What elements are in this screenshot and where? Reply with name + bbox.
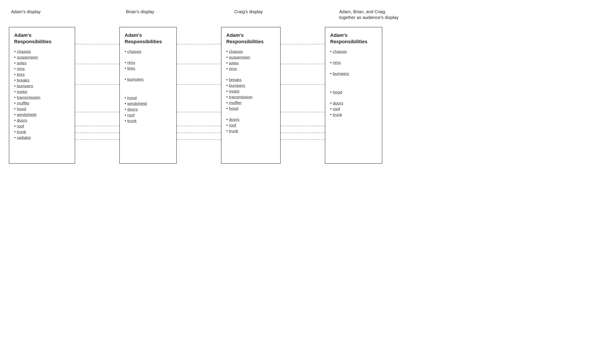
list-item: motor [14, 89, 70, 94]
list-item: rims [125, 60, 171, 65]
list-item: windshield [125, 101, 171, 106]
page-container: Adam's display Brian's display Craig's d… [9, 9, 585, 181]
dashed-line-rims-2 [177, 64, 221, 64]
dashed-line-trunk-2 [177, 139, 221, 140]
list-item: roof [125, 113, 171, 117]
list-item: doors [14, 118, 70, 123]
list-item: breaks [226, 78, 275, 82]
list-item: roof [330, 107, 377, 111]
list-item: trunk [125, 118, 171, 123]
list-item: bumpers [330, 71, 377, 76]
list-item: hood [226, 106, 275, 111]
panel-1-items: chassis suspension axles rims tires brea… [14, 49, 70, 140]
list-item: rims [330, 60, 377, 65]
list-item: hood [330, 90, 377, 95]
main-content: Adam's Responsibilities chassis suspensi… [9, 27, 585, 181]
col-header-4: Adam, Brian, and Craig together as audie… [339, 9, 401, 20]
connector-3-4 [281, 27, 325, 181]
list-item: bumpers [125, 77, 171, 82]
dashed-line-hood-3 [281, 112, 325, 112]
list-item: rims [14, 66, 70, 71]
dashed-line-hood-2 [177, 112, 221, 112]
column-headers: Adam's display Brian's display Craig's d… [9, 9, 585, 20]
dashed-line-doors-3 [281, 126, 325, 126]
list-item: chassis [14, 49, 70, 54]
list-item: roof [226, 123, 275, 128]
list-item: suspension [226, 55, 275, 60]
list-item: rims [226, 66, 275, 71]
list-item: doors [125, 107, 171, 112]
list-item: transmission [226, 95, 275, 99]
list-item: trunk [330, 112, 377, 117]
list-item: tires [125, 66, 171, 71]
list-item: transmission [14, 95, 70, 100]
panel-2-items: chassis rims tires bumpers hood windshie… [125, 49, 171, 123]
dashed-line-rims-3 [281, 64, 325, 64]
list-item: muffler [226, 100, 275, 105]
dashed-line-trunk-3 [281, 139, 325, 140]
panel-1: Adam's Responsibilities chassis suspensi… [9, 27, 75, 164]
list-item: axles [14, 61, 70, 65]
dashed-line-bumpers-3 [281, 84, 325, 85]
list-item: tires [14, 72, 70, 77]
dashed-line-roof-3 [281, 133, 325, 133]
dashed-line-doors-2 [177, 126, 221, 126]
list-item: hood [125, 96, 171, 100]
panel-2: Adam's Responsibilities chassis rims tir… [119, 27, 177, 164]
panel-3-title: Adam's Responsibilities [226, 32, 275, 45]
list-item: bumpers [14, 84, 70, 88]
list-item: doors [330, 101, 377, 106]
panel-3-items: chassis suspension axles rims breaks bum… [226, 49, 275, 133]
dashed-line-bumpers-2 [177, 84, 221, 85]
list-item: trunk [14, 130, 70, 134]
dashed-line-trunk-1 [75, 139, 119, 140]
list-item: trunk [226, 129, 275, 133]
panel-1-title: Adam's Responsibilities [14, 32, 70, 45]
dashed-line-roof-1 [75, 133, 119, 133]
connector-2-3 [177, 27, 221, 181]
list-item: motor [226, 89, 275, 94]
dashed-line-bumpers-1 [75, 84, 119, 85]
dashed-line-rims-1 [75, 64, 119, 64]
list-item: radiator [14, 135, 70, 140]
list-item: roof [14, 124, 70, 129]
dashed-line-hood-1 [75, 112, 119, 112]
panel-2-title: Adam's Responsibilities [125, 32, 171, 45]
dashed-line-roof-2 [177, 133, 221, 133]
list-item: bumpers [226, 83, 275, 88]
panel-4-items: chassis rims bumpers hood doors roof tru… [330, 49, 377, 117]
panel-4: Adam's Responsibilities chassis rims bum… [325, 27, 382, 164]
list-item: breaks [14, 78, 70, 83]
list-item: chassis [125, 49, 171, 54]
dashed-line-chassis-1 [75, 44, 119, 44]
list-item: hood [14, 107, 70, 111]
col-header-3: Craig's display [234, 9, 298, 20]
panel-4-title: Adam's Responsibilities [330, 32, 377, 45]
list-item: chassis [226, 49, 275, 54]
list-item: windshield [14, 112, 70, 117]
connector-1-2 [75, 27, 119, 181]
col-header-2: Brian's display [126, 9, 188, 20]
list-item: suspension [14, 55, 70, 60]
list-item: muffler [14, 101, 70, 106]
list-item: axles [226, 61, 275, 65]
panel-3: Adam's Responsibilities chassis suspensi… [221, 27, 281, 164]
list-item: doors [226, 117, 275, 122]
list-item: chassis [330, 49, 377, 54]
dashed-line-chassis-2 [177, 44, 221, 44]
col-header-1: Adam's display [11, 9, 82, 20]
dashed-line-doors-1 [75, 126, 119, 126]
dashed-line-chassis-3 [281, 44, 325, 44]
